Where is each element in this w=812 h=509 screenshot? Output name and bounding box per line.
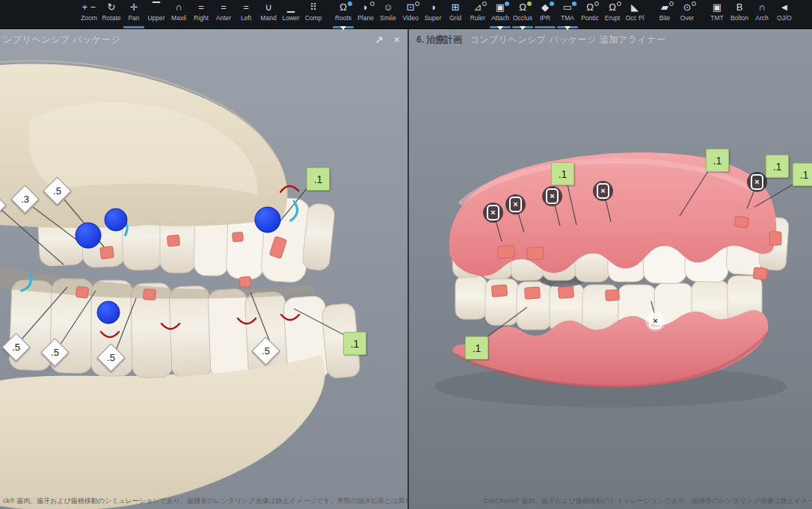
super-icon: ◑	[430, 0, 436, 13]
ipr-value-label[interactable]: .5	[96, 343, 125, 371]
toolbar-tmt[interactable]: ▣TMT	[706, 0, 728, 28]
remove-attachment-badge[interactable]: ×	[645, 311, 665, 331]
left-panel-header: ンプリヘンシブ パッケージ ↗ ×	[0, 29, 407, 50]
toolbar-upper[interactable]: ▔Upper	[145, 0, 167, 28]
chevron-down-icon[interactable]	[565, 26, 570, 30]
option-ring-icon	[669, 1, 674, 6]
remove-attachment-badge[interactable]: ×	[505, 194, 526, 215]
rotate-icon: ↻	[108, 0, 116, 13]
green-value-label[interactable]: .1	[465, 336, 488, 360]
panels-container: .3.5.5.5.5.5.1.1 ck® 歯肉、歯牙および歯根移動のシミュレーシ…	[0, 29, 812, 509]
toolbar-attach[interactable]: ▣Attach	[489, 0, 511, 28]
ipr-value-label[interactable]: .5	[43, 176, 71, 205]
toolbar-smile[interactable]: ☺Smile	[377, 0, 399, 28]
anter-icon: =	[221, 0, 227, 13]
toolbar-zoom[interactable]: + −Zoom	[78, 0, 100, 28]
ipr-value-label[interactable]	[0, 191, 7, 219]
toolbar-label: Video	[402, 14, 419, 22]
toolbar-label: Arch	[755, 14, 768, 22]
chevron-down-icon[interactable]	[497, 26, 503, 30]
plane-icon: ◗	[363, 0, 369, 13]
toolbar-grid[interactable]: ⊞Grid	[444, 0, 467, 28]
occ-pl-icon: ◣	[631, 0, 639, 13]
right-viewport-panel[interactable]: .1.1.1.1.1×××××× ClinCheck® 歯肉、歯牙および歯根移動…	[407, 29, 812, 509]
chevron-down-icon[interactable]	[520, 26, 526, 30]
toolbar-right[interactable]: =Right	[190, 0, 212, 28]
toolbar-label: TMT	[710, 14, 723, 22]
status-dot-green	[527, 1, 532, 6]
toolbar-plane[interactable]: ◗Plane	[354, 0, 377, 28]
ipr-value-label[interactable]: .3	[10, 185, 39, 213]
toolbar-label: Plane	[357, 14, 374, 22]
toolbar-label: Bite	[659, 14, 671, 22]
toolbar-erupt[interactable]: ΩErupt	[601, 0, 624, 28]
toolbar-arch[interactable]: ∩Arch	[751, 0, 773, 28]
toolbar-bite[interactable]: ▰Bite	[653, 0, 676, 28]
left-viewport-panel[interactable]: .3.5.5.5.5.5.1.1 ck® 歯肉、歯牙および歯根移動のシミュレーシ…	[0, 29, 407, 509]
ipr-value-text: .3	[21, 194, 29, 205]
ipr-value-label[interactable]: .5	[40, 338, 69, 366]
toolbar-label: Right	[194, 14, 209, 22]
toolbar: + −Zoom↻Rotate✛Pan▔Upper∩Maxil=Right=Ant…	[0, 0, 812, 29]
toolbar-label: Comp	[305, 14, 322, 22]
toolbar-rotate[interactable]: ↻Rotate	[100, 0, 123, 28]
toolbar-oj-o[interactable]: ◄OJ/O	[773, 0, 796, 28]
x-icon: ×	[546, 188, 559, 204]
green-value-label[interactable]: .1	[307, 167, 330, 191]
expand-icon[interactable]: ↗	[375, 34, 384, 46]
toolbar-label: Over	[680, 14, 694, 22]
toolbar-occ-pl[interactable]: ◣Occ Pl	[624, 0, 646, 28]
toolbar-super[interactable]: ◑Super	[422, 0, 444, 28]
chevron-down-icon[interactable]	[340, 26, 346, 30]
toolbar-pontic[interactable]: ΩPontic	[579, 0, 601, 28]
toolbar-comp[interactable]: ⠿Comp	[302, 0, 325, 28]
erupt-icon: Ω	[609, 0, 616, 13]
remove-attachment-badge[interactable]: ×	[747, 172, 767, 192]
close-icon[interactable]: ×	[394, 34, 400, 46]
toolbar-left[interactable]: =Left	[235, 0, 257, 28]
toolbar-pan[interactable]: ✛Pan	[123, 0, 145, 28]
ipr-value-text: .5	[53, 185, 61, 197]
option-ring-icon	[370, 1, 375, 6]
toolbar-anter[interactable]: =Anter	[212, 0, 235, 28]
ipr-value-label[interactable]: .5	[1, 333, 30, 361]
grid-icon: ⊞	[452, 0, 460, 13]
toolbar-mand[interactable]: ∪Mand	[257, 0, 280, 28]
video-icon: ⊡	[407, 0, 415, 13]
remove-attachment-badge[interactable]: ×	[542, 186, 562, 206]
toolbar-over[interactable]: ⊙Over	[676, 0, 698, 28]
toolbar-label: Rotate	[102, 14, 120, 22]
toolbar-roots[interactable]: ΩRoots	[332, 0, 354, 28]
attach-icon: ▣	[496, 0, 505, 13]
green-value-label[interactable]: .1	[766, 155, 789, 178]
toolbar-label: Super	[425, 14, 442, 22]
toolbar-label: OJ/O	[777, 14, 792, 22]
remove-attachment-badge[interactable]: ×	[483, 203, 503, 223]
toolbar-ipr[interactable]: ◆IPR	[534, 0, 556, 28]
pontic-icon: Ω	[586, 0, 594, 13]
option-ring-icon	[692, 1, 696, 6]
green-value-label[interactable]: .1	[706, 149, 729, 172]
toolbar-maxil[interactable]: ∩Maxil	[167, 0, 190, 28]
green-value-label[interactable]: .1	[343, 332, 366, 355]
toolbar-label: Upper	[147, 14, 164, 22]
toolbar-label: Zoom	[81, 14, 97, 22]
ipr-value-text: .5	[107, 352, 115, 363]
remove-attachment-badge[interactable]: ×	[593, 181, 613, 201]
status-dot-blue	[348, 1, 352, 6]
green-value-label[interactable]: .1	[793, 163, 812, 186]
toolbar-tma[interactable]: ▭TMA	[556, 0, 579, 28]
green-value-label[interactable]: .1	[551, 162, 574, 185]
tmt-icon: ▣	[713, 0, 722, 13]
toolbar-occlus[interactable]: ΩOcclus	[511, 0, 534, 28]
toolbar-ruler[interactable]: ⊿Ruler	[467, 0, 489, 28]
ipr-value-label[interactable]: .5	[251, 336, 280, 365]
bite-icon: ▰	[661, 0, 668, 13]
right-panel-header: 6. 治療計画 コンプリヘンシブ パッケージ 追加アライナー	[409, 29, 812, 50]
toolbar-lower[interactable]: ▁Lower	[280, 0, 302, 28]
left-disclaimer: ck® 歯肉、歯牙および歯根移動のシミュレーションであり、歯槽骨のレンダリング画…	[0, 496, 407, 506]
toolbar-video[interactable]: ⊡Video	[399, 0, 422, 28]
toolbar-bolton[interactable]: BBolton	[728, 0, 751, 28]
oj-o-icon: ◄	[780, 0, 790, 13]
comp-icon: ⠿	[310, 0, 317, 13]
